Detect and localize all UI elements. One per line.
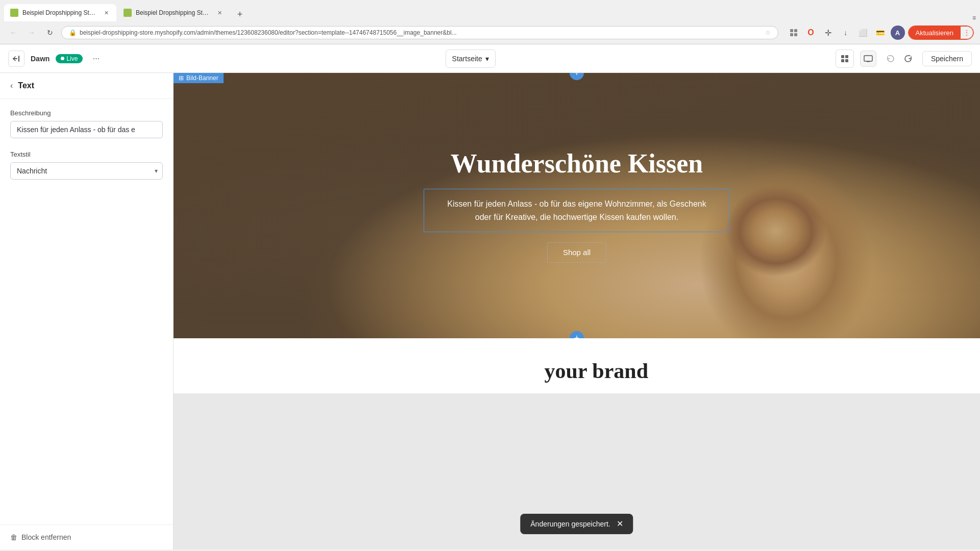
banner-label: ⊞ Bild-Banner bbox=[174, 73, 224, 83]
banner-cta-text: Shop all bbox=[563, 248, 591, 257]
tab-1-title: Beispiel Dropshipping Store · bbox=[22, 9, 98, 16]
address-text: beispiel-dropshipping-store.myshopify.co… bbox=[80, 29, 762, 36]
tab-1[interactable]: Beispiel Dropshipping Store · ✕ bbox=[4, 4, 116, 21]
live-label: Live bbox=[66, 55, 78, 62]
update-button-group: Aktualisieren ⋮ bbox=[908, 26, 974, 40]
tab-2-favicon bbox=[124, 9, 132, 17]
tab-2-title: Beispiel Dropshipping Store · bbox=[136, 9, 211, 16]
more-tabs-icon: ≡ bbox=[972, 14, 976, 21]
pug-head bbox=[725, 185, 827, 277]
tell-brand-text: Tell your brand bbox=[505, 359, 648, 383]
desktop-view-button[interactable] bbox=[860, 51, 876, 67]
add-tab-button[interactable]: + bbox=[233, 7, 247, 21]
banner-title: Wunderschöne Kissen bbox=[451, 148, 703, 179]
description-input[interactable] bbox=[10, 121, 163, 138]
editor-main: ‹ Text Beschreibung Textstil Nachricht Ü… bbox=[0, 73, 980, 549]
textstil-label: Textstil bbox=[10, 151, 163, 158]
wallet-icon[interactable]: 💳 bbox=[873, 26, 888, 40]
tab-1-close[interactable]: ✕ bbox=[102, 9, 110, 17]
theme-name-label: Dawn bbox=[31, 55, 50, 63]
customize-view-button[interactable] bbox=[836, 49, 854, 68]
svg-rect-5 bbox=[18, 56, 19, 62]
device-view-toggle bbox=[860, 51, 876, 67]
banner-label-text: Bild-Banner bbox=[186, 74, 218, 82]
editor-back-button[interactable] bbox=[8, 51, 24, 67]
page-selector-label: Startseite bbox=[452, 55, 482, 63]
description-label: Beschreibung bbox=[10, 109, 163, 117]
panel-title: Text bbox=[18, 81, 34, 90]
browser-toolbar: O ✛ ↓ ⬜ 💳 A Aktualisieren ⋮ bbox=[787, 26, 974, 40]
panel-back-button[interactable]: ‹ bbox=[10, 81, 13, 90]
page-selector[interactable]: Startseite ▾ bbox=[446, 49, 496, 68]
editor-header: Dawn Live ··· Startseite ▾ Speichern bbox=[0, 44, 980, 73]
svg-rect-10 bbox=[864, 56, 872, 61]
lock-icon: 🔒 bbox=[69, 29, 77, 36]
remove-block-button[interactable]: 🗑 Block entfernen bbox=[10, 533, 71, 541]
save-button[interactable]: Speichern bbox=[922, 51, 972, 66]
svg-rect-7 bbox=[845, 55, 848, 58]
toast-notification: Änderungen gespeichert. ✕ bbox=[520, 514, 633, 534]
download-icon[interactable]: ↓ bbox=[839, 26, 853, 40]
panel-content: Beschreibung Textstil Nachricht Überschr… bbox=[0, 99, 173, 524]
toast-close-button[interactable]: ✕ bbox=[617, 520, 623, 528]
update-more-button[interactable]: ⋮ bbox=[961, 26, 973, 39]
textstil-select-wrapper: Nachricht Überschrift Untertitel ▾ bbox=[10, 162, 163, 180]
below-banner-section: Tell your brand bbox=[174, 338, 980, 393]
user-avatar[interactable]: A bbox=[891, 26, 905, 40]
toast-message: Änderungen gespeichert. bbox=[530, 520, 610, 528]
address-bar: ← → ↻ 🔒 beispiel-dropshipping-store.mysh… bbox=[0, 21, 980, 44]
svg-rect-6 bbox=[841, 55, 844, 58]
tab-bar: Beispiel Dropshipping Store · ✕ Beispiel… bbox=[0, 0, 980, 21]
panel-header: ‹ Text bbox=[0, 73, 173, 99]
reload-button[interactable]: ↻ bbox=[43, 26, 57, 40]
svg-rect-0 bbox=[790, 29, 793, 32]
canvas-area: + ⊞ Bild-Banner Wunderschöne Kissen bbox=[174, 73, 980, 549]
tab-2[interactable]: Beispiel Dropshipping Store · ✕ bbox=[117, 4, 230, 21]
undo-button[interactable] bbox=[883, 51, 899, 67]
plus-icon[interactable]: ✛ bbox=[821, 26, 836, 40]
svg-rect-9 bbox=[845, 59, 848, 62]
svg-rect-8 bbox=[841, 59, 844, 62]
canvas-wrapper[interactable]: + ⊞ Bild-Banner Wunderschöne Kissen bbox=[174, 73, 980, 549]
tell-brand-suffix: your brand bbox=[545, 359, 648, 383]
page-selector-wrapper: Startseite ▾ bbox=[109, 49, 854, 68]
tell-brand-wrapper: Tell your brand bbox=[505, 359, 648, 383]
svg-rect-1 bbox=[794, 29, 797, 32]
banner-label-icon: ⊞ bbox=[179, 74, 184, 82]
browser-chrome: Beispiel Dropshipping Store · ✕ Beispiel… bbox=[0, 0, 980, 44]
more-tabs-button[interactable]: ≡ bbox=[972, 14, 976, 21]
redo-button[interactable] bbox=[900, 51, 916, 67]
tab-2-close[interactable]: ✕ bbox=[215, 9, 224, 17]
more-icon: ··· bbox=[93, 54, 100, 63]
theme-more-button[interactable]: ··· bbox=[89, 52, 103, 66]
page-selector-arrow: ▾ bbox=[485, 55, 489, 63]
screenshot-icon[interactable]: ⬜ bbox=[856, 26, 870, 40]
update-button[interactable]: Aktualisieren bbox=[909, 26, 961, 39]
textstil-select[interactable]: Nachricht Überschrift Untertitel bbox=[10, 162, 163, 180]
live-badge: Live bbox=[56, 54, 83, 63]
live-dot bbox=[61, 57, 64, 60]
banner-text-box[interactable]: Kissen für jeden Anlass - ob für das eig… bbox=[424, 189, 730, 232]
banner-description: Kissen für jeden Anlass - ob für das eig… bbox=[440, 197, 713, 223]
avatar-initial: A bbox=[895, 29, 900, 37]
banner-section[interactable]: + ⊞ Bild-Banner Wunderschöne Kissen bbox=[174, 73, 980, 338]
back-button[interactable]: ← bbox=[6, 26, 20, 40]
tab-1-favicon bbox=[10, 9, 18, 17]
banner-cta-box[interactable]: Shop all bbox=[547, 242, 606, 263]
panel-footer: 🗑 Block entfernen bbox=[0, 524, 173, 549]
svg-rect-11 bbox=[867, 61, 870, 62]
forward-button[interactable]: → bbox=[24, 26, 39, 40]
left-panel: ‹ Text Beschreibung Textstil Nachricht Ü… bbox=[0, 73, 174, 549]
undo-redo-group bbox=[883, 51, 916, 67]
svg-rect-3 bbox=[794, 33, 797, 36]
trash-icon: 🗑 bbox=[10, 533, 17, 541]
extensions-icon[interactable] bbox=[787, 26, 801, 40]
textstil-field-group: Textstil Nachricht Überschrift Untertite… bbox=[10, 151, 163, 180]
description-field-group: Beschreibung bbox=[10, 109, 163, 138]
svg-rect-2 bbox=[790, 33, 793, 36]
address-input[interactable]: 🔒 beispiel-dropshipping-store.myshopify.… bbox=[61, 26, 778, 39]
bookmark-icon: ☆ bbox=[765, 29, 771, 36]
banner-background: Wunderschöne Kissen Kissen für jeden Anl… bbox=[174, 73, 980, 338]
opera-icon[interactable]: O bbox=[804, 26, 818, 40]
remove-block-label: Block entfernen bbox=[21, 533, 71, 541]
